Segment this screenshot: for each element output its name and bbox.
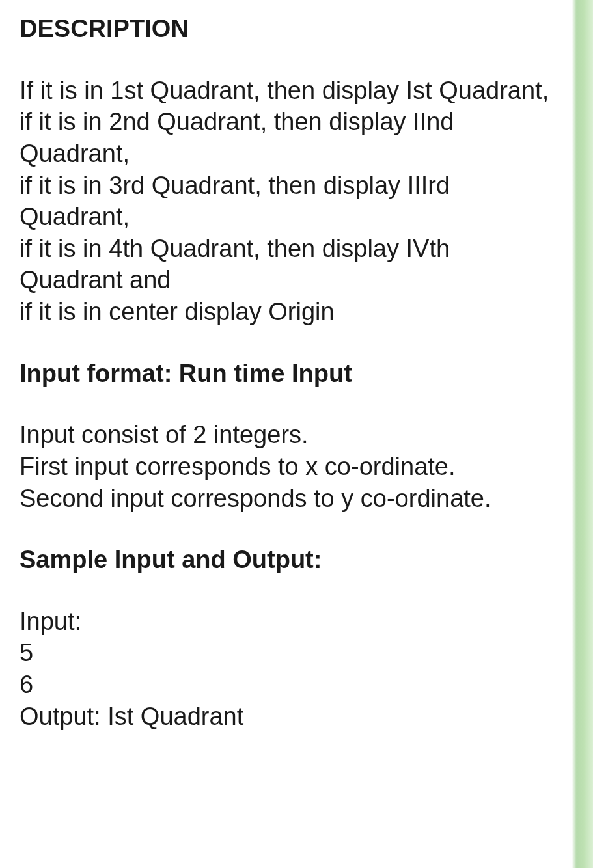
description-heading: DESCRIPTION: [20, 13, 550, 45]
sample-heading: Sample Input and Output:: [20, 544, 550, 576]
document-page: DESCRIPTION If it is in 1st Quadrant, th…: [0, 0, 570, 868]
input-detail-line-2: First input corresponds to x co-ordinate…: [20, 451, 550, 483]
rule-line-4: if it is in 4th Quadrant, then display I…: [20, 233, 550, 296]
sample-input-x: 5: [20, 637, 550, 669]
sample-input-y: 6: [20, 669, 550, 701]
rule-line-3: if it is in 3rd Quadrant, then display I…: [20, 170, 550, 233]
right-edge-decoration: [570, 0, 593, 868]
rules-paragraph: If it is in 1st Quadrant, then display I…: [20, 75, 550, 328]
input-detail-line-3: Second input corresponds to y co-ordinat…: [20, 483, 550, 515]
rule-line-1: If it is in 1st Quadrant, then display I…: [20, 75, 550, 107]
sample-block: Input: 5 6 Output: Ist Quadrant: [20, 606, 550, 733]
rule-line-5: if it is in center display Origin: [20, 296, 550, 328]
input-format-heading: Input format: Run time Input: [20, 358, 550, 390]
sample-output-line: Output: Ist Quadrant: [20, 701, 550, 733]
input-details-paragraph: Input consist of 2 integers. First input…: [20, 419, 550, 514]
rule-line-2: if it is in 2nd Quadrant, then display I…: [20, 106, 550, 169]
sample-input-label: Input:: [20, 606, 550, 638]
input-detail-line-1: Input consist of 2 integers.: [20, 419, 550, 451]
